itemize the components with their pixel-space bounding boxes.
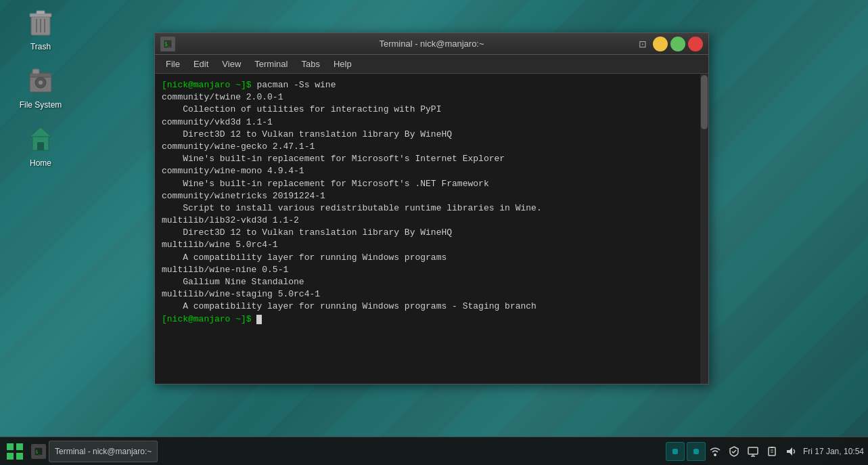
term-line-0: [nick@manjaro ~]$ pacman -Ss wine	[162, 79, 702, 91]
title-bar: $_ Terminal - nick@manjaro:~ ⊡ – □ ✕	[155, 33, 708, 55]
home-icon	[24, 123, 57, 156]
menu-view[interactable]: View	[216, 58, 246, 70]
svg-marker-11	[30, 127, 51, 137]
network-icon[interactable]	[708, 445, 722, 458]
terminal-content[interactable]: [nick@manjaro ~]$ pacman -Ss wine commun…	[155, 74, 708, 384]
term-line-5: community/wine-gecko 2.47.1-1	[162, 141, 702, 153]
desktop-icon-home[interactable]: Home	[14, 123, 68, 168]
close-button[interactable]: ✕	[688, 37, 703, 51]
svg-rect-26	[769, 447, 775, 456]
menu-help[interactable]: Help	[328, 58, 357, 70]
term-line-10: Script to install various redistributabl…	[162, 202, 702, 215]
term-line-14: A compatibility layer for running Window…	[162, 252, 702, 264]
svg-text:$_: $_	[35, 449, 41, 455]
taskbar: $_ Terminal - nick@manjaro:~	[0, 437, 868, 465]
term-line-9: community/winetricks 20191224-1	[162, 190, 702, 202]
svg-rect-18	[7, 453, 14, 460]
svg-text:$_: $_	[164, 41, 171, 47]
term-line-18: A compatibility layer for running Window…	[162, 301, 702, 313]
terminal-title: Terminal - nick@manjaro:~	[379, 39, 484, 49]
trash-label: Trash	[30, 42, 51, 51]
terminal-window-icon: $_	[160, 37, 175, 51]
term-line-3: community/vkd3d 1.1-1	[162, 116, 702, 129]
term-line-19: [nick@manjaro ~]$	[162, 313, 702, 326]
desktop-icon-trash[interactable]: Trash	[14, 7, 68, 51]
manjaro-logo[interactable]	[4, 441, 26, 462]
term-line-7: community/wine-mono 4.9.4-1	[162, 165, 702, 177]
terminal-window: $_ Terminal - nick@manjaro:~ ⊡ – □ ✕ Fil…	[154, 32, 709, 384]
svg-marker-29	[787, 447, 792, 456]
pager-dot-2	[693, 449, 699, 454]
display-icon[interactable]	[746, 445, 760, 458]
filesystem-label: File System	[20, 100, 62, 110]
filesystem-icon	[24, 65, 57, 97]
term-line-11: multilib/lib32-vkd3d 1.1-2	[162, 215, 702, 227]
attach-icon[interactable]: ⊡	[635, 37, 650, 51]
trash-icon	[24, 7, 57, 39]
term-line-2: Collection of utilities for interacting …	[162, 104, 702, 116]
menu-terminal[interactable]: Terminal	[249, 58, 293, 70]
term-line-12: Direct3D 12 to Vulkan translation librar…	[162, 227, 702, 239]
title-bar-left: $_	[160, 37, 175, 51]
minimize-button[interactable]: –	[653, 37, 668, 51]
pager-dot-1	[672, 449, 678, 454]
term-line-17: multilib/wine-staging 5.0rc4-1	[162, 288, 702, 301]
term-line-16: Gallium Nine Standalone	[162, 276, 702, 288]
term-line-15: multilib/wine-nine 0.5-1	[162, 264, 702, 276]
term-line-13: multilib/wine 5.0rc4-1	[162, 239, 702, 251]
cursor	[256, 315, 262, 324]
home-label: Home	[30, 158, 51, 168]
term-line-6: Wine's built-in replacement for Microsof…	[162, 153, 702, 165]
menu-file[interactable]: File	[160, 58, 185, 70]
system-clock: Fri 17 Jan, 10:54	[803, 447, 864, 456]
security-icon[interactable]	[727, 445, 741, 458]
taskbar-pager	[666, 442, 706, 461]
svg-rect-2	[37, 11, 45, 14]
volume-icon[interactable]	[784, 445, 798, 458]
taskbar-task-label: Terminal - nick@manjaro:~	[55, 447, 152, 456]
svg-rect-19	[16, 453, 23, 460]
task-terminal-icon[interactable]: $_	[31, 444, 46, 459]
scrollbar[interactable]	[700, 74, 708, 384]
desktop-icon-filesystem[interactable]: File System	[14, 65, 68, 110]
restore-button[interactable]: □	[670, 37, 685, 51]
taskbar-tray: Fri 17 Jan, 10:54	[708, 445, 864, 458]
term-line-1: community/twine 2.0.0-1	[162, 91, 702, 104]
menu-tabs[interactable]: Tabs	[296, 58, 325, 70]
svg-rect-13	[37, 142, 44, 150]
svg-point-8	[39, 81, 43, 85]
title-bar-controls: ⊡ – □ ✕	[635, 37, 703, 51]
scrollbar-thumb[interactable]	[701, 75, 708, 129]
svg-point-22	[714, 453, 716, 456]
svg-rect-10	[32, 69, 39, 74]
pager-btn-1[interactable]	[666, 442, 685, 461]
clipboard-icon[interactable]	[765, 445, 779, 458]
svg-rect-23	[748, 447, 758, 454]
svg-rect-17	[16, 443, 23, 450]
menu-edit[interactable]: Edit	[188, 58, 214, 70]
menu-bar: File Edit View Terminal Tabs Help	[155, 55, 708, 74]
desktop: Trash File System	[0, 0, 868, 465]
desktop-icons: Trash File System	[14, 7, 68, 168]
svg-rect-16	[7, 443, 14, 450]
taskbar-task-terminal[interactable]: Terminal - nick@manjaro:~	[49, 441, 158, 462]
term-line-4: Direct3D 12 to Vulkan translation librar…	[162, 129, 702, 141]
pager-btn-2[interactable]	[687, 442, 706, 461]
term-line-8: Wine's built-in replacement for Microsof…	[162, 178, 702, 190]
